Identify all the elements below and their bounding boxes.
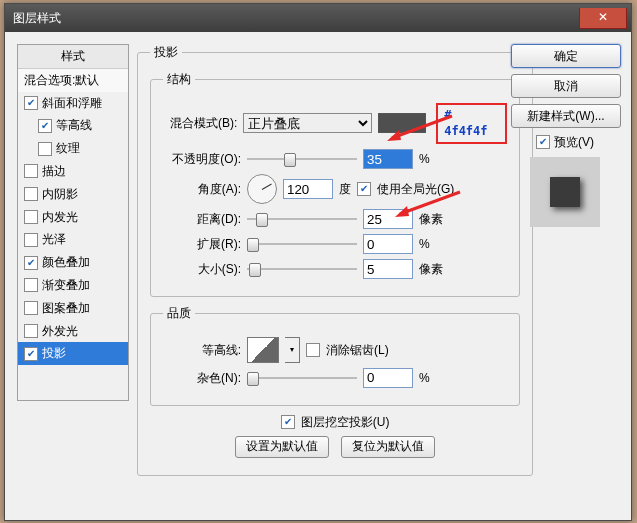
contour-label: 等高线:: [163, 342, 241, 359]
style-item-label: 图案叠加: [42, 300, 90, 317]
style-item-12[interactable]: 投影: [18, 342, 128, 365]
knockout-checkbox[interactable]: [281, 415, 295, 429]
opacity-unit: %: [419, 151, 449, 168]
preview-inner-icon: [550, 177, 580, 207]
preview-thumbnail: [530, 157, 600, 227]
angle-label: 角度(A):: [163, 181, 241, 198]
style-item-label: 纹理: [56, 140, 80, 157]
size-label: 大小(S):: [163, 261, 241, 278]
antialias-checkbox[interactable]: [306, 343, 320, 357]
style-item-label: 描边: [42, 163, 66, 180]
style-checkbox[interactable]: [24, 164, 38, 178]
style-item-label: 渐变叠加: [42, 277, 90, 294]
style-checkbox[interactable]: [24, 324, 38, 338]
style-item-1[interactable]: 斜面和浮雕: [18, 92, 128, 115]
style-item-label: 颜色叠加: [42, 254, 90, 271]
opacity-input[interactable]: [363, 149, 413, 169]
size-input[interactable]: [363, 259, 413, 279]
contour-picker[interactable]: [247, 337, 279, 363]
opacity-label: 不透明度(O):: [163, 151, 241, 168]
style-checkbox[interactable]: [24, 187, 38, 201]
styles-header: 样式: [18, 45, 128, 69]
drop-shadow-legend: 投影: [150, 44, 182, 61]
size-unit: 像素: [419, 261, 449, 278]
style-checkbox[interactable]: [24, 210, 38, 224]
style-item-7[interactable]: 光泽: [18, 228, 128, 251]
style-item-label: 内阴影: [42, 186, 78, 203]
angle-dial[interactable]: [247, 174, 277, 204]
size-slider[interactable]: [247, 262, 357, 276]
spread-slider[interactable]: [247, 237, 357, 251]
shadow-color-swatch[interactable]: [378, 113, 426, 133]
contour-dropdown-icon[interactable]: ▾: [285, 337, 300, 363]
knockout-label: 图层挖空投影(U): [301, 414, 390, 431]
close-icon: ✕: [598, 9, 608, 26]
style-item-10[interactable]: 图案叠加: [18, 297, 128, 320]
main-panel: 投影 结构 混合模式(B): 正片叠底 # 4f4f4f 不透明度(O): %: [137, 44, 497, 484]
window-title: 图层样式: [13, 10, 61, 27]
styles-panel: 样式 混合选项:默认斜面和浮雕等高线纹理描边内阴影内发光光泽颜色叠加渐变叠加图案…: [17, 44, 129, 401]
ok-button[interactable]: 确定: [511, 44, 621, 68]
blend-mode-select[interactable]: 正片叠底: [243, 113, 372, 133]
style-item-0[interactable]: 混合选项:默认: [18, 69, 128, 92]
spread-label: 扩展(R):: [163, 236, 241, 253]
style-item-label: 外发光: [42, 323, 78, 340]
style-item-8[interactable]: 颜色叠加: [18, 251, 128, 274]
opacity-slider[interactable]: [247, 152, 357, 166]
right-panel: 确定 取消 新建样式(W)... 预览(V): [511, 44, 619, 231]
distance-label: 距离(D):: [163, 211, 241, 228]
antialias-label: 消除锯齿(L): [326, 342, 389, 359]
cancel-button[interactable]: 取消: [511, 74, 621, 98]
style-item-label: 内发光: [42, 209, 78, 226]
style-item-3[interactable]: 纹理: [18, 137, 128, 160]
style-checkbox[interactable]: [38, 142, 52, 156]
style-checkbox[interactable]: [24, 256, 38, 270]
style-item-label: 斜面和浮雕: [42, 95, 102, 112]
structure-group: 结构 混合模式(B): 正片叠底 # 4f4f4f 不透明度(O): %: [150, 71, 520, 297]
noise-input[interactable]: [363, 368, 413, 388]
style-item-label: 光泽: [42, 231, 66, 248]
global-light-label: 使用全局光(G): [377, 181, 454, 198]
noise-unit: %: [419, 370, 449, 387]
style-checkbox[interactable]: [24, 301, 38, 315]
style-item-9[interactable]: 渐变叠加: [18, 274, 128, 297]
reset-default-button[interactable]: 复位为默认值: [341, 436, 435, 458]
preview-checkbox[interactable]: [536, 135, 550, 149]
style-item-label: 混合选项:默认: [24, 72, 99, 89]
style-checkbox[interactable]: [24, 96, 38, 110]
style-checkbox[interactable]: [24, 278, 38, 292]
angle-input[interactable]: [283, 179, 333, 199]
quality-group: 品质 等高线: ▾ 消除锯齿(L) 杂色(N): %: [150, 305, 520, 406]
style-item-6[interactable]: 内发光: [18, 206, 128, 229]
distance-slider[interactable]: [247, 212, 357, 226]
style-item-label: 等高线: [56, 117, 92, 134]
style-item-11[interactable]: 外发光: [18, 320, 128, 343]
style-item-2[interactable]: 等高线: [18, 114, 128, 137]
styles-list: 混合选项:默认斜面和浮雕等高线纹理描边内阴影内发光光泽颜色叠加渐变叠加图案叠加外…: [18, 69, 128, 365]
blend-mode-label: 混合模式(B):: [163, 115, 237, 132]
noise-slider[interactable]: [247, 371, 357, 385]
global-light-checkbox[interactable]: [357, 182, 371, 196]
preview-label: 预览(V): [554, 134, 594, 151]
color-hex-annotation: # 4f4f4f: [436, 103, 507, 145]
distance-input[interactable]: [363, 209, 413, 229]
quality-legend: 品质: [163, 305, 195, 322]
structure-legend: 结构: [163, 71, 195, 88]
distance-unit: 像素: [419, 211, 449, 228]
style-checkbox[interactable]: [38, 119, 52, 133]
spread-unit: %: [419, 236, 449, 253]
style-item-4[interactable]: 描边: [18, 160, 128, 183]
drop-shadow-group: 投影 结构 混合模式(B): 正片叠底 # 4f4f4f 不透明度(O): %: [137, 44, 533, 476]
titlebar[interactable]: 图层样式 ✕: [5, 4, 631, 32]
new-style-button[interactable]: 新建样式(W)...: [511, 104, 621, 128]
style-checkbox[interactable]: [24, 347, 38, 361]
layer-style-dialog: 图层样式 ✕ 样式 混合选项:默认斜面和浮雕等高线纹理描边内阴影内发光光泽颜色叠…: [4, 3, 632, 521]
angle-unit: 度: [339, 181, 351, 198]
set-default-button[interactable]: 设置为默认值: [235, 436, 329, 458]
noise-label: 杂色(N):: [163, 370, 241, 387]
style-item-5[interactable]: 内阴影: [18, 183, 128, 206]
style-checkbox[interactable]: [24, 233, 38, 247]
close-button[interactable]: ✕: [579, 8, 627, 29]
spread-input[interactable]: [363, 234, 413, 254]
style-item-label: 投影: [42, 345, 66, 362]
